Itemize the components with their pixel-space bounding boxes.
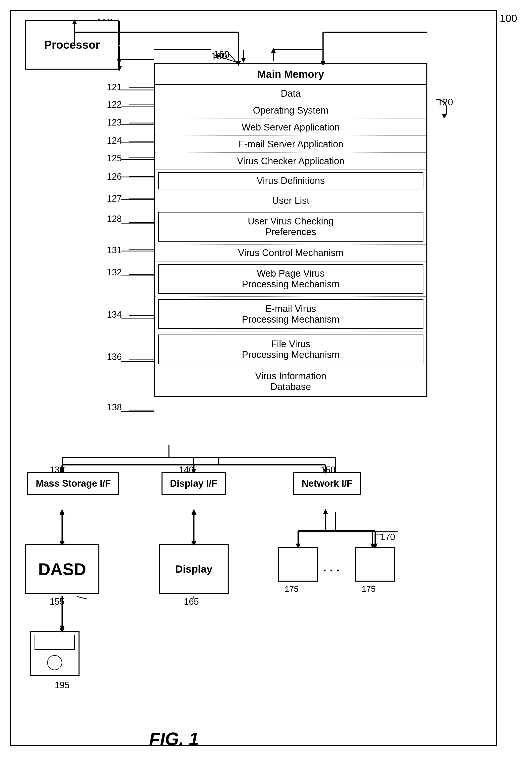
ref-121: 121: [107, 82, 122, 92]
ref-134: 134: [107, 309, 122, 320]
memory-row-file-virus: File VirusProcessing Mechanism: [155, 332, 426, 367]
ref-175-1: 175: [285, 584, 299, 594]
ref-123: 123: [107, 117, 122, 128]
memory-title: Main Memory: [257, 68, 324, 80]
memory-row-email-virus: E-mail VirusProcessing Mechanism: [155, 297, 426, 332]
ref-130: 130: [50, 465, 65, 475]
ref-136: 136: [107, 352, 122, 362]
ref-140: 140: [179, 465, 194, 475]
ref-120: 120: [437, 97, 453, 108]
ref-165: 165: [184, 597, 199, 607]
memory-row-viruscontrol: Virus Control Mechanism: [155, 245, 426, 261]
display-if-box: Display I/F: [162, 472, 226, 495]
ref-155: 155: [50, 597, 65, 607]
ref-127: 127: [107, 193, 122, 204]
ref-131: 131: [107, 245, 122, 256]
memory-row-viruschecker: Virus Checker Application: [155, 153, 426, 170]
processor-text: Processor: [44, 38, 100, 51]
diagram-container: 100 Processor 110 160: [0, 0, 532, 769]
main-memory-box: Main Memory Data Operating System Web Se…: [154, 63, 427, 397]
ref-160-label: 160: [214, 49, 229, 60]
ref-128: 128: [107, 214, 122, 224]
data-label: Data: [155, 86, 426, 101]
viruscontrol-label: Virus Control Mechanism: [155, 245, 426, 261]
label-100: 100: [500, 12, 517, 24]
memory-row-virusdb: Virus InformationDatabase: [155, 367, 426, 396]
memory-header: Main Memory: [155, 64, 426, 85]
display-if-label: Display I/F: [170, 478, 217, 489]
webpage-virus-label: Web Page VirusProcessing Mechanism: [158, 264, 423, 294]
memory-row-virusdefs: Virus Definitions: [155, 170, 426, 192]
figure-label: FIG. 1: [149, 729, 199, 749]
network-node-2: [355, 547, 395, 582]
memory-row-userlist: User List: [155, 192, 426, 209]
memory-row-os: Operating System: [155, 102, 426, 119]
file-virus-label: File VirusProcessing Mechanism: [158, 335, 423, 364]
userlist-label: User List: [155, 193, 426, 209]
ref-125: 125: [107, 153, 122, 164]
ref-150: 150: [321, 465, 335, 475]
ref-170: 170: [380, 532, 395, 542]
floppy-box: [30, 631, 80, 676]
ref-124: 124: [107, 135, 122, 146]
emailserver-label: E-mail Server Application: [155, 136, 426, 152]
memory-row-webpage-virus: Web Page VirusProcessing Mechanism: [155, 261, 426, 297]
mass-storage-if-label: Mass Storage I/F: [36, 478, 111, 489]
userprefs-label: User Virus CheckingPreferences: [158, 212, 423, 242]
network-node-1: [278, 547, 318, 582]
dasd-box: DASD: [25, 544, 99, 594]
ref-126: 126: [107, 171, 122, 182]
display-label: Display: [175, 563, 212, 575]
memory-row-userprefs: User Virus CheckingPreferences: [155, 209, 426, 245]
network-if-box: Network I/F: [293, 472, 361, 495]
email-virus-label: E-mail VirusProcessing Mechanism: [158, 299, 423, 329]
ref-175-2: 175: [362, 584, 376, 594]
virusdefs-label: Virus Definitions: [158, 172, 423, 189]
memory-row-webserver: Web Server Application: [155, 119, 426, 136]
virusdb-label: Virus InformationDatabase: [155, 367, 426, 396]
ref-122: 122: [107, 99, 122, 110]
os-label: Operating System: [155, 103, 426, 118]
ref-132: 132: [107, 267, 122, 278]
ref-138: 138: [107, 402, 122, 413]
memory-row-emailserver: E-mail Server Application: [155, 136, 426, 153]
dasd-label: DASD: [38, 559, 86, 579]
memory-row-data: Data: [155, 85, 426, 102]
processor-box: Processor: [25, 20, 119, 70]
ref-195: 195: [55, 680, 70, 690]
webserver-label: Web Server Application: [155, 120, 426, 135]
viruschecker-label: Virus Checker Application: [155, 153, 426, 169]
ellipsis: . . .: [323, 560, 340, 574]
mass-storage-if-box: Mass Storage I/F: [27, 472, 119, 495]
display-box: Display: [159, 544, 229, 594]
network-if-label: Network I/F: [302, 478, 353, 489]
